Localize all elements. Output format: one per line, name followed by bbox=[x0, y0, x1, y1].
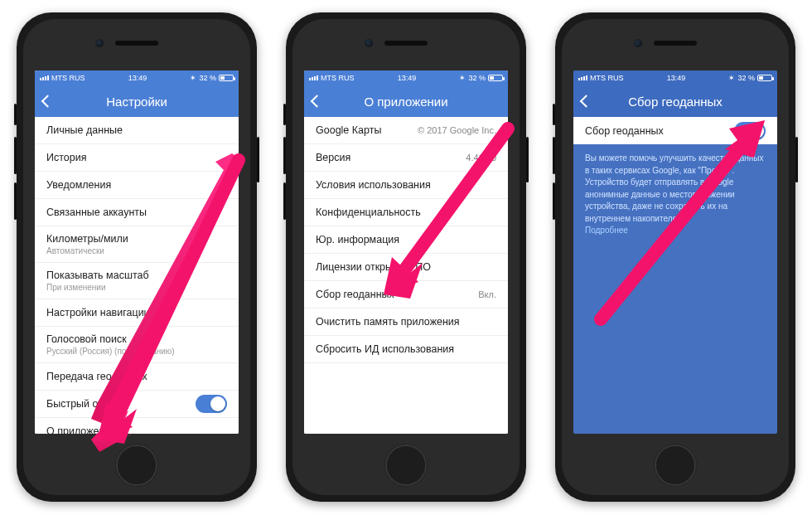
screen-about: MTS RUS 13:49 ✶32 % О приложении Google … bbox=[304, 70, 508, 434]
row-scale[interactable]: Показывать масштабПри изменении bbox=[35, 263, 239, 299]
row-location-sharing[interactable]: Передача геоданных bbox=[35, 363, 239, 391]
copyright-label: © 2017 Google Inc. bbox=[418, 125, 496, 135]
signal-icon bbox=[309, 75, 318, 80]
row-units[interactable]: Километры/милиАвтоматически bbox=[35, 226, 239, 263]
row-geo-toggle[interactable]: Сбор геоданных bbox=[573, 117, 777, 144]
nav-bar: Настройки bbox=[35, 85, 239, 117]
status-bar: MTS RUS 13:49 ✶32 % bbox=[35, 70, 239, 85]
row-voice-search[interactable]: Голосовой поискРусский (Россия) (по умол… bbox=[35, 327, 239, 363]
row-privacy[interactable]: Конфиденциальность bbox=[304, 199, 508, 226]
geo-description: Вы можете помочь улучшить качество данны… bbox=[573, 144, 777, 245]
status-bar: MTS RUS 13:49 ✶32 % bbox=[304, 70, 508, 85]
version-value: 4.41.10 bbox=[466, 153, 496, 163]
speaker-grille bbox=[115, 41, 158, 46]
screen-geo: MTS RUS 13:49 ✶32 % Сбор геоданных Сбор … bbox=[573, 70, 777, 434]
carrier-label: MTS RUS bbox=[590, 74, 624, 82]
row-app-name: Google Карты© 2017 Google Inc. bbox=[304, 117, 508, 144]
clock-label: 13:49 bbox=[667, 74, 686, 82]
battery-icon bbox=[219, 75, 234, 81]
phone-frame-2: MTS RUS 13:49 ✶32 % О приложении Google … bbox=[286, 12, 526, 502]
row-clear-cache[interactable]: Очистить память приложения bbox=[304, 309, 508, 336]
battery-icon bbox=[757, 75, 772, 81]
row-personal-data[interactable]: Личные данные bbox=[35, 117, 239, 144]
home-button[interactable] bbox=[384, 444, 428, 487]
speaker-grille bbox=[384, 41, 428, 46]
geo-state: Вкл. bbox=[478, 289, 496, 299]
home-button[interactable] bbox=[654, 444, 697, 487]
carrier-label: MTS RUS bbox=[321, 74, 355, 82]
page-title: Сбор геоданных bbox=[628, 95, 723, 109]
battery-icon bbox=[488, 75, 503, 81]
clock-label: 13:49 bbox=[398, 74, 417, 82]
row-terms[interactable]: Условия использования bbox=[304, 172, 508, 199]
page-title: О приложении bbox=[364, 95, 447, 109]
back-icon[interactable] bbox=[41, 95, 55, 108]
nav-bar: Сбор геоданных bbox=[573, 85, 777, 117]
phone-frame-1: MTS RUS 13:49 ✶32 % Настройки Личные дан… bbox=[17, 12, 257, 502]
row-shake-feedback[interactable]: Быстрый отзыв bbox=[35, 391, 239, 418]
nav-bar: О приложении bbox=[304, 85, 508, 117]
back-icon[interactable] bbox=[580, 95, 593, 108]
phone-frame-3: MTS RUS 13:49 ✶32 % Сбор геоданных Сбор … bbox=[555, 12, 795, 502]
row-notifications[interactable]: Уведомления bbox=[35, 172, 239, 199]
signal-icon bbox=[578, 75, 587, 80]
row-history[interactable]: История bbox=[35, 144, 239, 172]
front-camera bbox=[634, 39, 642, 47]
battery-pct: 32 % bbox=[737, 74, 755, 82]
learn-more-link[interactable]: Подробнее bbox=[585, 226, 628, 235]
signal-icon bbox=[40, 75, 49, 80]
row-geo-collection[interactable]: Сбор геоданныхВкл. bbox=[304, 281, 508, 309]
settings-list[interactable]: Личные данные История Уведомления Связан… bbox=[35, 117, 239, 434]
bluetooth-icon: ✶ bbox=[190, 74, 196, 82]
page-title: Настройки bbox=[106, 95, 167, 109]
battery-pct: 32 % bbox=[199, 74, 216, 82]
screen-settings: MTS RUS 13:49 ✶32 % Настройки Личные дан… bbox=[35, 70, 239, 434]
status-bar: MTS RUS 13:49 ✶32 % bbox=[573, 70, 777, 85]
about-list[interactable]: Google Карты© 2017 Google Inc. Версия4.4… bbox=[304, 117, 508, 434]
bluetooth-icon: ✶ bbox=[728, 74, 735, 82]
home-button[interactable] bbox=[115, 444, 158, 487]
back-icon[interactable] bbox=[311, 95, 324, 108]
bluetooth-icon: ✶ bbox=[459, 74, 466, 82]
row-oss-licenses[interactable]: Лицензии открытого ПО bbox=[304, 254, 508, 281]
clock-label: 13:49 bbox=[128, 74, 147, 82]
carrier-label: MTS RUS bbox=[51, 74, 85, 82]
front-camera bbox=[95, 39, 104, 47]
toggle-geo[interactable] bbox=[734, 122, 766, 140]
row-nav-settings[interactable]: Настройки навигации bbox=[35, 299, 239, 327]
speaker-grille bbox=[654, 41, 697, 46]
battery-pct: 32 % bbox=[468, 74, 486, 82]
row-version: Версия4.41.10 bbox=[304, 144, 508, 172]
row-legal[interactable]: Юр. информация bbox=[304, 226, 508, 254]
front-camera bbox=[365, 39, 373, 47]
toggle-feedback[interactable] bbox=[196, 395, 227, 413]
row-about-app[interactable]: О приложении bbox=[35, 418, 239, 434]
row-linked-accounts[interactable]: Связанные аккаунты bbox=[35, 199, 239, 226]
row-reset-id[interactable]: Сбросить ИД использования bbox=[304, 336, 508, 363]
